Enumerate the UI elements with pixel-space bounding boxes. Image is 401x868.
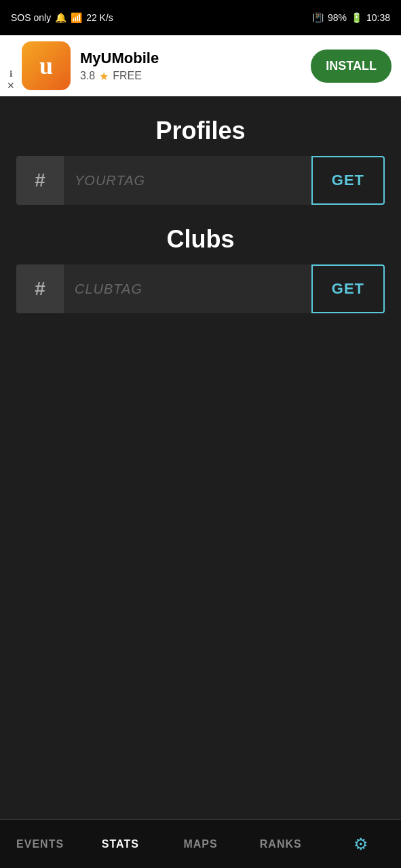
clubs-get-button[interactable]: GET — [311, 264, 385, 313]
ad-rating: 3.8 ★ FREE — [80, 70, 301, 83]
battery-percent: 98% — [328, 12, 347, 23]
profiles-title: Profiles — [16, 117, 385, 145]
profiles-input-row: # GET — [16, 156, 385, 205]
status-left: SOS only 🔔 📶 22 K/s — [11, 12, 113, 23]
ad-close-button[interactable]: ✕ — [7, 80, 15, 91]
clock: 10:38 — [366, 12, 390, 23]
profiles-section: Profiles # GET — [16, 117, 385, 205]
clubs-tag-input[interactable] — [64, 264, 311, 313]
gear-icon: ⚙ — [354, 835, 368, 854]
profiles-hash-symbol: # — [16, 156, 64, 205]
vibrate-icon: 📳 — [312, 12, 324, 23]
status-right: 📳 98% 🔋 10:38 — [312, 12, 390, 23]
ad-rating-value: 3.8 — [80, 70, 95, 82]
ad-star-icon: ★ — [99, 70, 109, 83]
nav-item-maps[interactable]: MAPS — [160, 820, 240, 868]
ad-install-button[interactable]: INSTALL — [311, 50, 392, 83]
ad-app-name: MyUMobile — [80, 50, 301, 67]
nav-item-ranks[interactable]: RANKS — [241, 820, 321, 868]
ad-banner: ℹ ✕ u MyUMobile 3.8 ★ FREE INSTALL — [0, 35, 401, 96]
ad-price: FREE — [113, 70, 142, 82]
bottom-nav: EVENTS STATS MAPS RANKS ⚙ — [0, 819, 401, 868]
clubs-input-row: # GET — [16, 264, 385, 313]
main-content: Profiles # GET Clubs # GET — [0, 96, 401, 819]
ad-info: MyUMobile 3.8 ★ FREE — [80, 50, 301, 83]
sos-text: SOS only — [11, 12, 51, 23]
clubs-section: Clubs # GET — [16, 225, 385, 313]
status-bar: SOS only 🔔 📶 22 K/s 📳 98% 🔋 10:38 — [0, 0, 401, 35]
ad-app-icon: u — [22, 41, 71, 90]
nav-label-events: EVENTS — [16, 838, 64, 850]
nav-label-maps: MAPS — [183, 838, 217, 850]
network-speed: 22 K/s — [86, 12, 113, 23]
clubs-title: Clubs — [16, 225, 385, 254]
nav-item-settings[interactable]: ⚙ — [321, 820, 401, 868]
nav-item-events[interactable]: EVENTS — [0, 820, 80, 868]
profiles-tag-input[interactable] — [64, 156, 311, 205]
wifi-icon: 📶 — [71, 12, 82, 23]
ad-close-area: ℹ ✕ — [7, 69, 15, 91]
profiles-get-button[interactable]: GET — [311, 156, 385, 205]
clubs-hash-symbol: # — [16, 264, 64, 313]
nav-label-stats: STATS — [102, 838, 139, 850]
battery-icon: 🔋 — [351, 12, 362, 23]
nav-item-stats[interactable]: STATS — [80, 820, 160, 868]
ad-info-icon[interactable]: ℹ — [9, 69, 13, 79]
alert-icon: 🔔 — [55, 12, 66, 23]
nav-label-ranks: RANKS — [260, 838, 302, 850]
